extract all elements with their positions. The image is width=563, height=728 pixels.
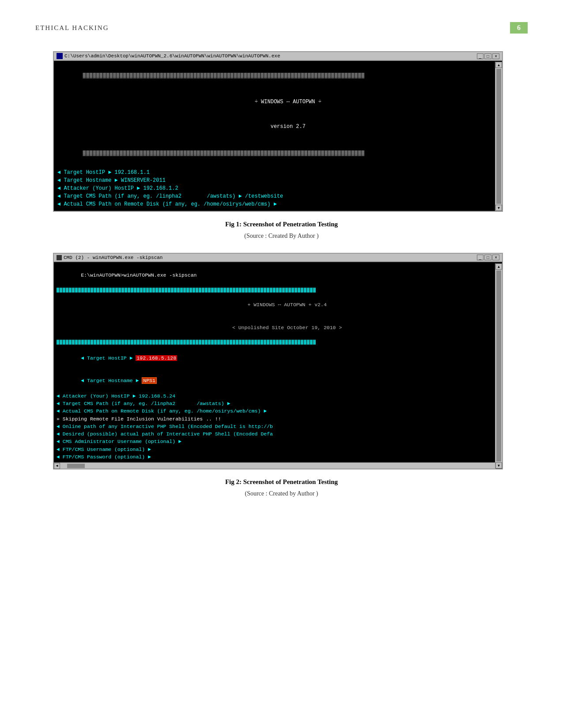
desired-path-line: ◄ Desired (possible) actual path of Inte… [57,430,493,438]
target-hostip-line: ◄ Target HostIP ► 192.168.5.128 [57,346,493,369]
page-title: ETHICAL HACKING [35,24,109,32]
target-hostname-line: ◄ Target Hostname ► NPS1 [57,369,493,392]
bottom-scrollbar[interactable]: ◄ ► [54,462,502,469]
hostname-highlight: NPS1 [142,377,157,384]
term-line-2: ◄ Target Hostname ► WINSERVER-2011 [57,176,493,184]
window-controls[interactable]: _ □ × [477,53,499,59]
terminal-2-body: E:\winAUTOPWN>winAUTOPWN.exe -skipscan ▓… [54,262,502,462]
term-line-3: ◄ Attacker (Your) HostIP ► 192.168.1.2 [57,184,493,192]
scroll-left-arrow[interactable]: ◄ [54,463,60,469]
inner-sep-bottom: ▓▓▓▓▓▓▓▓▓▓▓▓▓▓▓▓▓▓▓▓▓▓▓▓▓▓▓▓▓▓▓▓▓▓▓▓▓▓▓▓… [57,339,493,345]
scroll-down-arrow-2[interactable]: ▼ [495,462,502,469]
fig2-caption: Fig 2: Screenshot of Penetration Testing [35,478,528,486]
scroll-up-arrow[interactable]: ▲ [495,62,502,68]
terminal-icon-2 [57,255,62,260]
close-button[interactable]: × [492,53,499,59]
terminal-1-titlebar: C:\Users\admin\Desktop\winAUTOPWN_2.6\wi… [54,52,502,61]
ftp-user-line: ◄ FTP/CMS Username (optional) ► [57,446,493,453]
ftp-pass-line: ◄ FTP/CMS Password (optional) ► [57,453,493,461]
terminal-icon [57,53,63,59]
title-line-1: ÷ WINDOWS ↔ AUTOPWN ÷ [57,90,493,114]
separator-bottom-title-1: ▓▓▓▓▓▓▓▓▓▓▓▓▓▓▓▓▓▓▓▓▓▓▓▓▓▓▓▓▓▓▓▓▓▓▓▓▓▓▓▓… [57,141,493,165]
fig1-caption: Fig 1: Screenshot of Penetration Testing [35,221,528,228]
term-line-1: ◄ Target HostIP ► 192.168.1.1 [57,169,493,176]
attacker-line: ◄ Attacker (Your) HostIP ► 192.168.5.24 [57,392,493,400]
page-number: 6 [510,22,528,34]
actual-cms-line: ◄ Actual CMS Path on Remote Disk (if any… [57,407,493,415]
scroll-thumb[interactable] [496,69,501,204]
terminal-2: CMD (2) - winAUTOPWN.exe -skipscan _ □ ×… [53,253,503,469]
title-line-2: version 2.7 [57,115,493,139]
separator-top-1: ▓▓▓▓▓▓▓▓▓▓▓▓▓▓▓▓▓▓▓▓▓▓▓▓▓▓▓▓▓▓▓▓▓▓▓▓▓▓▓▓… [57,64,493,87]
terminal-2-titlebar: CMD (2) - winAUTOPWN.exe -skipscan _ □ × [54,254,502,262]
cms-path-line: ◄ Target CMS Path (if any, eg. /linpha2 … [57,400,493,407]
page-header: ETHICAL HACKING 6 [35,22,528,34]
terminal-1: C:\Users\admin\Desktop\winAUTOPWN_2.6\wi… [53,51,503,212]
minimize-button[interactable]: _ [477,53,484,59]
cms-admin-line: ◄ CMS Administrator Username (optional) … [57,438,493,445]
maximize-button-2[interactable]: □ [484,255,491,260]
fig1-source: (Source : Created By Author ) [35,233,528,240]
scroll-down-arrow[interactable]: ▼ [495,205,502,211]
minimize-button-2[interactable]: _ [477,255,484,260]
hostip-highlight: 192.168.5.128 [136,355,177,361]
titlebar-text: C:\Users\admin\Desktop\winAUTOPWN_2.6\wi… [64,53,280,59]
scroll-thumb-2[interactable] [496,270,501,462]
online-path-line: ◄ Online path of any Interactive PHP She… [57,423,493,430]
scroll-up-arrow-2[interactable]: ▲ [495,263,502,270]
skip-line: » Skipping Remote File Inclusion Vulnera… [57,415,493,423]
page: ETHICAL HACKING 6 C:\Users\admin\Desktop… [0,0,563,728]
maximize-button[interactable]: □ [484,53,491,59]
inner-title-1: + WINDOWS ↔ AUTOPWN + v2.4 [57,293,493,316]
scrollbar-2[interactable]: ▲ ▼ [495,263,502,469]
titlebar-left-2: CMD (2) - winAUTOPWN.exe -skipscan [57,255,162,260]
scrollbar-1[interactable]: ▲ ▼ [495,62,502,211]
titlebar-text-2: CMD (2) - winAUTOPWN.exe -skipscan [64,255,162,260]
cmd-line: E:\winAUTOPWN>winAUTOPWN.exe -skipscan [57,264,493,287]
window-controls-2[interactable]: _ □ × [477,255,499,260]
term-line-5: ◄ Actual CMS Path on Remote Disk (if any… [57,200,493,208]
terminal-1-body: ▓▓▓▓▓▓▓▓▓▓▓▓▓▓▓▓▓▓▓▓▓▓▓▓▓▓▓▓▓▓▓▓▓▓▓▓▓▓▓▓… [54,61,502,211]
bottom-scroll-thumb[interactable] [67,464,85,468]
close-button-2[interactable]: × [492,255,499,260]
fig2-source: (Source : Created by Author ) [35,490,528,497]
inner-sep-top: ▓▓▓▓▓▓▓▓▓▓▓▓▓▓▓▓▓▓▓▓▓▓▓▓▓▓▓▓▓▓▓▓▓▓▓▓▓▓▓▓… [57,287,493,293]
term-line-4: ◄ Target CMS Path (if any, eg. /linpha2 … [57,192,493,200]
inner-title-2: < Unpolished Site October 19, 2010 > [57,316,493,339]
titlebar-left: C:\Users\admin\Desktop\winAUTOPWN_2.6\wi… [57,53,280,59]
